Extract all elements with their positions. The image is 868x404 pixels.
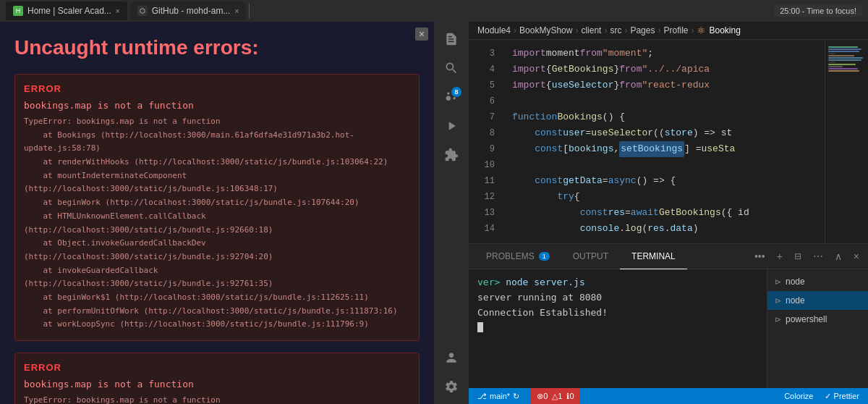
minimap-line — [828, 51, 859, 52]
tab-separator — [249, 4, 250, 18]
minimap-line — [828, 49, 861, 50]
branch-icon: ⎇ — [477, 392, 487, 401]
tab-github[interactable]: ⬡ GitHub - mohd-am... × — [130, 1, 247, 20]
warning-count: 1 — [558, 392, 562, 400]
terminal-main[interactable]: ver> node server.js server running at 80… — [469, 269, 767, 388]
status-colorize[interactable]: Colorize — [781, 392, 816, 401]
error-trace-2: TypeError: bookings.map is not a functio… — [24, 394, 410, 404]
panel-add-button[interactable]: + — [774, 249, 786, 264]
code-line-14: console.log(res.data) — [503, 221, 825, 237]
branch-name: main* — [490, 392, 510, 400]
terminal-instance-powershell[interactable]: ⊳ powershell — [767, 310, 868, 329]
minimap-line — [828, 64, 856, 65]
terminal-instance-node2[interactable]: ⊳ node — [767, 291, 868, 310]
terminal-instance-icon-3: ⊳ — [775, 315, 781, 324]
tab-home-label: Home | Scaler Acad... — [27, 6, 111, 16]
activity-source-control[interactable] — [440, 85, 463, 109]
panel-split-button[interactable]: ⊟ — [791, 250, 804, 263]
error-title: Uncaught runtime errors: — [14, 36, 420, 59]
tab-home[interactable]: H Home | Scaler Acad... × — [6, 1, 127, 20]
terminal-line-1: ver> node server.js — [477, 275, 758, 290]
line-num-5: 5 — [469, 77, 495, 93]
activity-accounts[interactable] — [440, 346, 463, 369]
error-label-1: ERROR — [24, 83, 410, 94]
terminal-sidebar: ⊳ node ⊳ node ⊳ powershell — [767, 269, 868, 388]
tab-github-close[interactable]: × — [234, 7, 239, 15]
activity-search[interactable] — [440, 56, 463, 80]
activity-run[interactable] — [440, 114, 463, 138]
activity-bar — [434, 22, 469, 404]
terminal-cursor — [477, 322, 483, 332]
status-prettier[interactable]: ✓ Prettier — [822, 392, 862, 401]
terminal-instance-icon-2: ⊳ — [775, 296, 781, 306]
terminal-cursor-line — [477, 320, 758, 335]
tab-github-favicon: ⬡ — [137, 6, 148, 16]
tab-home-close[interactable]: × — [116, 7, 120, 15]
panel-more-button[interactable]: ••• — [752, 249, 768, 264]
code-content[interactable]: import moment from "moment"; import { Ge… — [503, 40, 825, 243]
code-line-12: try { — [503, 189, 825, 205]
tab-favicon: H — [13, 6, 23, 16]
colorize-label: Colorize — [784, 392, 813, 400]
code-editor: 3 4 5 6 7 8 9 10 11 12 13 14 — [469, 40, 825, 243]
minimap — [825, 40, 868, 243]
code-line-10 — [503, 157, 825, 173]
error-count: 0 — [543, 392, 548, 400]
terminal-line-3: Connection Established! — [477, 306, 758, 321]
code-line-8: const user = useSelector((store) => st — [503, 125, 825, 141]
minimap-line — [828, 62, 835, 63]
panel-area: PROBLEMS 1 OUTPUT TERMINAL ••• + ⊟ ⋯ ∧ — [469, 243, 868, 388]
status-right: Colorize ✓ Prettier — [781, 392, 862, 401]
tab-problems[interactable]: PROBLEMS 1 — [475, 244, 561, 269]
timer-display: 25:00 - Time to focus! — [774, 5, 862, 17]
breadcrumb-pages[interactable]: Pages — [630, 25, 655, 35]
tab-output-label: OUTPUT — [573, 251, 608, 261]
status-errors[interactable]: ⊗ 0 △ 1 ℹ 0 — [531, 388, 579, 404]
breadcrumb-bookmyshow[interactable]: BookMyShow — [519, 25, 572, 35]
terminal-instance-node1[interactable]: ⊳ node — [767, 272, 868, 291]
line-num-3: 3 — [469, 46, 495, 62]
minimap-content — [825, 40, 868, 78]
minimap-line — [828, 55, 854, 56]
browser-close-button[interactable]: × — [415, 28, 428, 41]
panel-more2-button[interactable]: ⋯ — [810, 249, 826, 264]
vscode-panel: Module4 › BookMyShow › client › src › Pa… — [434, 22, 868, 404]
terminal-output-1: server running at 8080 — [477, 292, 602, 303]
tab-terminal[interactable]: TERMINAL — [620, 244, 687, 269]
line-numbers: 3 4 5 6 7 8 9 10 11 12 13 14 — [469, 40, 503, 243]
status-branch[interactable]: ⎇ main* ↻ — [475, 392, 522, 401]
terminal-instance-label-2: node — [786, 295, 805, 306]
breadcrumb-module4[interactable]: Module4 — [477, 25, 511, 35]
breadcrumb-react-icon: ⚛ — [697, 25, 706, 36]
prettier-label: ✓ Prettier — [825, 392, 859, 401]
breadcrumb-client[interactable]: client — [581, 25, 601, 35]
line-num-8: 8 — [469, 125, 495, 141]
browser-tabbar: H Home | Scaler Acad... × ⬡ GitHub - moh… — [0, 0, 868, 22]
breadcrumb-booking[interactable]: Booking — [709, 25, 740, 35]
tab-output[interactable]: OUTPUT — [561, 244, 620, 269]
breadcrumb-profile[interactable]: Profile — [663, 25, 688, 35]
code-line-6 — [503, 93, 825, 109]
line-num-4: 4 — [469, 62, 495, 77]
breadcrumb-src[interactable]: src — [610, 25, 621, 35]
line-num-14: 14 — [469, 221, 495, 237]
panel-chevron-up-button[interactable]: ∧ — [832, 249, 845, 264]
activity-settings[interactable] — [440, 375, 463, 398]
activity-explorer[interactable] — [440, 28, 463, 51]
panel-close-button[interactable]: × — [851, 249, 862, 264]
editor-area: Module4 › BookMyShow › client › src › Pa… — [469, 22, 868, 404]
minimap-line — [828, 46, 858, 48]
minimap-line — [828, 68, 858, 70]
error-overlay: Uncaught runtime errors: ERROR bookings.… — [0, 22, 434, 404]
error-label-2: ERROR — [24, 362, 410, 373]
code-line-3: import moment from "moment"; — [503, 46, 825, 62]
minimap-line — [828, 57, 863, 59]
activity-extensions[interactable] — [440, 143, 463, 167]
line-num-11: 11 — [469, 173, 495, 189]
error-icon: ⊗ — [537, 392, 543, 401]
terminal-line-2: server running at 8080 — [477, 290, 758, 306]
terminal-prompt: ver> — [477, 277, 506, 287]
info-count: 0 — [569, 392, 574, 400]
code-line-11: const getData = async () => { — [503, 173, 825, 189]
tab-github-label: GitHub - mohd-am... — [152, 6, 231, 16]
